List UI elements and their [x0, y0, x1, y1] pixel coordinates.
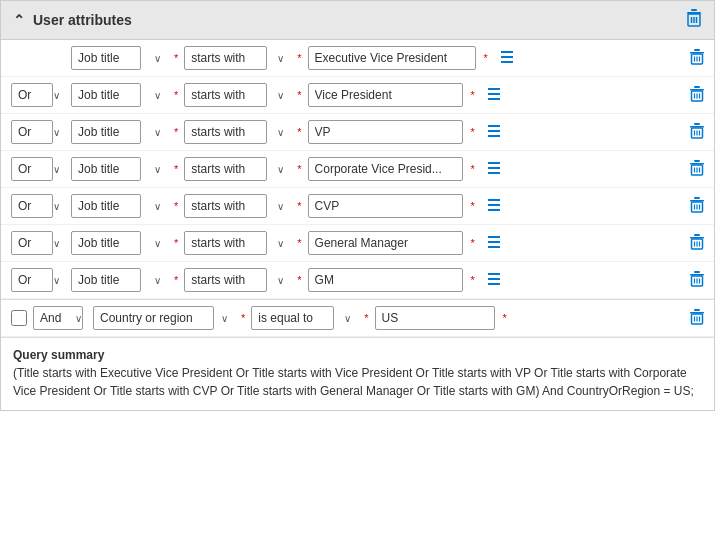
field-dropdown-3[interactable]: Job title: [71, 120, 141, 144]
list-icon-4[interactable]: [485, 160, 503, 179]
trash-icon-7[interactable]: [690, 271, 704, 290]
filter-row-4: Or Job title * starts with * *: [1, 151, 714, 188]
or-select-6[interactable]: Or: [11, 231, 65, 255]
trash-icon-4[interactable]: [690, 160, 704, 179]
op-dropdown-5[interactable]: starts with: [184, 194, 267, 218]
filter-row-3: Or Job title * starts with * *: [1, 114, 714, 151]
or-select-7[interactable]: Or: [11, 268, 65, 292]
value-input-7[interactable]: [308, 268, 463, 292]
svg-rect-9: [694, 49, 700, 51]
or-select-5[interactable]: Or: [11, 194, 65, 218]
trash-icon-country[interactable]: [690, 309, 704, 328]
value-input-2[interactable]: [308, 83, 463, 107]
eq-op-select[interactable]: is equal to: [251, 306, 356, 330]
filter-row-2: Or Job title * starts with * *: [1, 77, 714, 114]
svg-rect-69: [694, 309, 700, 311]
field-select-1[interactable]: Job title: [71, 46, 166, 70]
filter-row-5: Or Job title * starts with * *: [1, 188, 714, 225]
chevron-up-icon[interactable]: ⌃: [13, 12, 25, 28]
filter-row-country: And Country or region * is equal to * *: [1, 299, 714, 337]
op-dropdown-4[interactable]: starts with: [184, 157, 267, 181]
filter-row-1: Job title * starts with * *: [1, 40, 714, 77]
logic-dropdown[interactable]: And: [33, 306, 83, 330]
required-star-1: *: [174, 52, 178, 64]
required-star-1b: *: [297, 52, 301, 64]
query-summary-title: Query summary: [13, 346, 702, 364]
list-icon-3[interactable]: [485, 123, 503, 142]
logic-select[interactable]: And: [33, 306, 87, 330]
field-select-6[interactable]: Job title: [71, 231, 166, 255]
op-dropdown-1[interactable]: starts with: [184, 46, 267, 70]
section-title-label: User attributes: [33, 12, 132, 28]
eq-op-dropdown[interactable]: is equal to: [251, 306, 334, 330]
value-input-4[interactable]: [308, 157, 463, 181]
or-dropdown-3[interactable]: Or: [11, 120, 53, 144]
value-input-5[interactable]: [308, 194, 463, 218]
trash-icon-3[interactable]: [690, 123, 704, 142]
op-dropdown-3[interactable]: starts with: [184, 120, 267, 144]
field-dropdown-4[interactable]: Job title: [71, 157, 141, 181]
op-select-4[interactable]: starts with: [184, 157, 289, 181]
or-dropdown-7[interactable]: Or: [11, 268, 53, 292]
or-dropdown-6[interactable]: Or: [11, 231, 53, 255]
field-dropdown-6[interactable]: Job title: [71, 231, 141, 255]
list-icon-5[interactable]: [485, 197, 503, 216]
op-dropdown-7[interactable]: starts with: [184, 268, 267, 292]
list-icon-1[interactable]: [498, 49, 516, 68]
field-select-7[interactable]: Job title: [71, 268, 166, 292]
or-select-2[interactable]: Or: [11, 83, 65, 107]
op-select-3[interactable]: starts with: [184, 120, 289, 144]
svg-rect-18: [694, 86, 700, 88]
section-title-group: ⌃ User attributes: [13, 12, 132, 28]
field-select-3[interactable]: Job title: [71, 120, 166, 144]
trash-icon-6[interactable]: [690, 234, 704, 253]
op-select-1[interactable]: starts with: [184, 46, 289, 70]
list-icon-6[interactable]: [485, 234, 503, 253]
field-select-5[interactable]: Job title: [71, 194, 166, 218]
country-field-select[interactable]: Country or region: [93, 306, 233, 330]
svg-rect-27: [694, 123, 700, 125]
op-dropdown-6[interactable]: starts with: [184, 231, 267, 255]
user-attributes-panel: ⌃ User attributes Job title * starts wit: [0, 0, 715, 411]
field-dropdown-2[interactable]: Job title: [71, 83, 141, 107]
trash-icon-1[interactable]: [690, 49, 704, 68]
field-dropdown-7[interactable]: Job title: [71, 268, 141, 292]
list-icon-7[interactable]: [485, 271, 503, 290]
field-dropdown-1[interactable]: Job title: [71, 46, 141, 70]
svg-rect-36: [694, 160, 700, 162]
list-icon-2[interactable]: [485, 86, 503, 105]
op-dropdown-2[interactable]: starts with: [184, 83, 267, 107]
or-dropdown-4[interactable]: Or: [11, 157, 53, 181]
or-dropdown-5[interactable]: Or: [11, 194, 53, 218]
filter-row-7: Or Job title * starts with * *: [1, 262, 714, 299]
op-select-6[interactable]: starts with: [184, 231, 289, 255]
op-select-5[interactable]: starts with: [184, 194, 289, 218]
field-select-4[interactable]: Job title: [71, 157, 166, 181]
svg-rect-63: [694, 271, 700, 273]
value-input-6[interactable]: [308, 231, 463, 255]
op-select-2[interactable]: starts with: [184, 83, 289, 107]
trash-icon-5[interactable]: [690, 197, 704, 216]
row-checkbox[interactable]: [11, 310, 27, 326]
section-header: ⌃ User attributes: [1, 1, 714, 40]
svg-rect-45: [694, 197, 700, 199]
required-star-1c: *: [484, 52, 488, 64]
trash-icon-2[interactable]: [690, 86, 704, 105]
or-select-3[interactable]: Or: [11, 120, 65, 144]
query-summary-text: (Title starts with Executive Vice Presid…: [13, 364, 702, 400]
field-select-2[interactable]: Job title: [71, 83, 166, 107]
field-dropdown-5[interactable]: Job title: [71, 194, 141, 218]
filter-row-6: Or Job title * starts with * *: [1, 225, 714, 262]
or-dropdown-2[interactable]: Or: [11, 83, 53, 107]
country-value-input[interactable]: [375, 306, 495, 330]
op-select-7[interactable]: starts with: [184, 268, 289, 292]
header-trash-icon[interactable]: [686, 9, 702, 31]
svg-rect-54: [694, 234, 700, 236]
query-summary-section: Query summary (Title starts with Executi…: [1, 337, 714, 410]
svg-rect-0: [691, 9, 697, 11]
country-field-dropdown[interactable]: Country or region: [93, 306, 214, 330]
value-input-3[interactable]: [308, 120, 463, 144]
value-input-1[interactable]: [308, 46, 476, 70]
or-select-4[interactable]: Or: [11, 157, 65, 181]
